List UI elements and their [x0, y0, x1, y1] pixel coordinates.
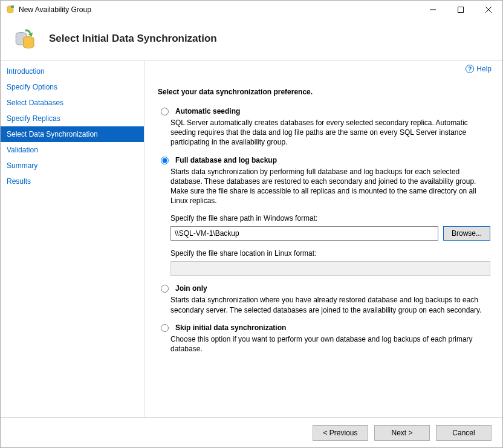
- sidebar-item-label: Summary: [7, 161, 37, 170]
- option-full-backup[interactable]: Full database and log backup: [158, 156, 490, 164]
- sidebar-item-label: Results: [7, 177, 31, 186]
- sidebar-item-summary[interactable]: Summary: [1, 158, 144, 174]
- radio-automatic-seeding[interactable]: [161, 108, 169, 115]
- wizard-header: Select Initial Data Synchronization: [1, 19, 502, 61]
- cancel-button[interactable]: Cancel: [436, 425, 492, 441]
- sidebar-item-specify-options[interactable]: Specify Options: [1, 79, 144, 95]
- option-automatic-seeding[interactable]: Automatic seeding: [158, 107, 490, 115]
- option-desc-automatic: SQL Server automatically creates databas…: [170, 118, 490, 148]
- option-label: Full database and log backup: [175, 156, 277, 164]
- app-icon: [5, 5, 15, 15]
- sidebar-item-results[interactable]: Results: [1, 174, 144, 189]
- option-label: Automatic seeding: [175, 107, 240, 115]
- wizard-footer: < Previous Next > Cancel: [1, 417, 502, 447]
- sidebar-item-label: Specify Options: [7, 83, 57, 91]
- option-desc-skip: Choose this option if you want to perfor…: [170, 334, 490, 354]
- linux-path-input[interactable]: [170, 261, 490, 276]
- radio-skip-sync[interactable]: [161, 324, 169, 332]
- wizard-content: ? Help Select your data synchronization …: [144, 61, 502, 417]
- sidebar-item-select-data-sync[interactable]: Select Data Synchronization: [1, 126, 144, 142]
- previous-button[interactable]: < Previous: [313, 425, 368, 441]
- help-link[interactable]: ? Help: [466, 65, 492, 73]
- windows-path-input[interactable]: [170, 226, 438, 241]
- help-icon: ?: [466, 65, 474, 73]
- minimize-button[interactable]: [419, 1, 447, 19]
- window-title: New Availability Group: [19, 5, 91, 14]
- sidebar-item-label: Select Databases: [7, 99, 63, 107]
- sidebar-item-specify-replicas[interactable]: Specify Replicas: [1, 111, 144, 126]
- sidebar-item-label: Introduction: [7, 67, 45, 76]
- sidebar-item-select-databases[interactable]: Select Databases: [1, 95, 144, 111]
- radio-join-only[interactable]: [161, 285, 169, 293]
- maximize-button[interactable]: [447, 1, 475, 19]
- svg-rect-1: [11, 5, 14, 8]
- database-sync-icon: [13, 26, 38, 51]
- help-label: Help: [476, 65, 492, 73]
- next-button[interactable]: Next >: [374, 425, 430, 441]
- wizard-steps-sidebar: Introduction Specify Options Select Data…: [1, 61, 144, 417]
- content-prompt: Select your data synchronization prefere…: [158, 88, 490, 96]
- page-title: Select Initial Data Synchronization: [49, 33, 217, 45]
- sidebar-item-label: Specify Replicas: [7, 114, 60, 123]
- close-button[interactable]: [475, 1, 502, 19]
- option-desc-full: Starts data synchronization by performin…: [170, 167, 490, 206]
- sidebar-item-introduction[interactable]: Introduction: [1, 63, 144, 79]
- option-label: Skip initial data synchronization: [175, 323, 286, 332]
- browse-button[interactable]: Browse...: [443, 226, 490, 241]
- option-desc-join: Starts data synchronization where you ha…: [170, 295, 490, 314]
- linux-path-label: Specify the file share location in Linux…: [170, 249, 490, 258]
- sidebar-item-label: Validation: [7, 146, 38, 154]
- option-label: Join only: [175, 284, 207, 293]
- radio-full-backup[interactable]: [161, 157, 169, 164]
- sidebar-item-validation[interactable]: Validation: [1, 142, 144, 158]
- titlebar: New Availability Group: [1, 1, 502, 19]
- sidebar-item-label: Select Data Synchronization: [7, 130, 98, 138]
- windows-path-label: Specify the file share path in Windows f…: [170, 214, 490, 222]
- svg-rect-3: [458, 7, 464, 13]
- option-skip-sync[interactable]: Skip initial data synchronization: [158, 323, 490, 332]
- option-join-only[interactable]: Join only: [158, 284, 490, 293]
